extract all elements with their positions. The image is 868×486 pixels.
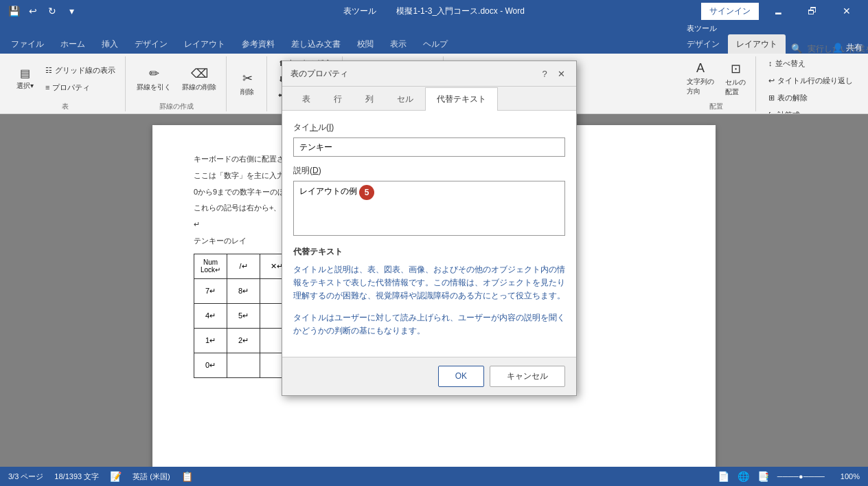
table-tools-label: 表ツール <box>343 5 376 17</box>
grid-icon: ☷ <box>45 66 52 75</box>
description-textarea[interactable]: レイアウトの例 <box>293 181 565 236</box>
erase-border-button[interactable]: ⌫ 罫線の削除 <box>178 63 220 95</box>
grid-lines-button[interactable]: ☷ グリッド線の表示 <box>41 63 119 78</box>
view-web-icon[interactable]: 🌐 <box>738 471 749 482</box>
cell-margin-icon: ⊡ <box>731 61 741 76</box>
minimize-icon: 🗕 <box>773 5 783 16</box>
dialog-help-button[interactable]: ? <box>538 67 551 80</box>
table-cell: 8↵ <box>227 278 260 303</box>
tab-layout[interactable]: レイアウト <box>176 34 233 54</box>
ribbon-group-delete: ✂ 削除 <box>228 56 267 111</box>
tab-references[interactable]: 参考資料 <box>233 34 283 54</box>
alt-text-para2: タイトルはユーザーに対して読み上げられ、ユーザーが内容の説明を聞くかどうかの判断… <box>293 311 565 338</box>
dialog-title-bar: 表のプロパティ ? ✕ <box>282 61 576 87</box>
dialog-tab-col[interactable]: 列 <box>354 87 385 111</box>
check-icon: 📋 <box>181 471 193 482</box>
redo-button[interactable]: ↻ <box>44 3 60 19</box>
draw-group-content: ✏ 罫線を引く ⌫ 罫線の削除 <box>133 56 220 102</box>
draw-table-button[interactable]: ✏ 罫線を引く <box>133 63 175 95</box>
alt-text-section: 代替テキスト タイトルと説明は、表、図表、画像、およびその他のオブジェクト内の情… <box>293 246 565 338</box>
close-icon: ✕ <box>843 5 851 16</box>
tab-file[interactable]: ファイル <box>3 34 52 54</box>
dialog-tab-table[interactable]: 表 <box>290 87 322 111</box>
cell-margin-button[interactable]: ⊡ セルの配置 <box>721 58 750 100</box>
table-tools-bar: 表ツール <box>687 23 717 34</box>
status-right: 📄 🌐 📑 ────●──── 100% <box>718 471 860 482</box>
title-bar: 💾 ↩ ↻ ▾ 表ツール 模擬1-1-3_入門コース.docx - Word サ… <box>0 0 868 22</box>
signin-button[interactable]: サインイン <box>700 2 760 21</box>
title-bar-left: 💾 ↩ ↻ ▾ <box>5 3 80 19</box>
tab-home[interactable]: ホーム <box>52 34 93 54</box>
eraser-icon: ⌫ <box>191 66 208 81</box>
dialog-title: 表のプロパティ <box>290 68 348 80</box>
table-cell <box>227 353 260 377</box>
properties-button[interactable]: ≡ プロパティ <box>41 80 119 95</box>
numpad-table: NumLock↵ /↵ ✕↵ 7↵ 8↵ 4↵ 5↵ 1↵ 2↵ 0↵ <box>194 254 293 378</box>
undo-button[interactable]: ↩ <box>25 3 41 19</box>
table-cell: 4↵ <box>194 303 227 328</box>
text-dir-icon: A <box>696 61 705 76</box>
repeat-icon: ↩ <box>768 76 775 85</box>
cancel-button[interactable]: キャンセル <box>490 366 565 387</box>
dialog-title-controls: ? ✕ <box>538 67 568 80</box>
table-row: 7↵ 8↵ <box>194 278 293 303</box>
dialog-tab-row[interactable]: 行 <box>322 87 354 111</box>
dialog-tab-cell[interactable]: セル <box>385 87 425 111</box>
save-button[interactable]: 💾 <box>5 3 22 19</box>
quick-access-toolbar: 💾 ↩ ↻ ▾ <box>5 3 80 19</box>
restore-button[interactable]: 🗗 <box>797 0 828 22</box>
track-changes-icon: 📝 <box>110 471 122 482</box>
tab-design[interactable]: デザイン <box>126 34 176 54</box>
language-indicator: 英語 (米国) <box>133 472 170 482</box>
tab-table-layout[interactable]: レイアウト <box>728 34 786 54</box>
title-input[interactable] <box>293 137 565 157</box>
table-cell: 7↵ <box>194 278 227 303</box>
quick-access-dropdown[interactable]: ▾ <box>63 3 80 19</box>
formula-button[interactable]: fx 計算式 <box>764 108 804 115</box>
sort-button[interactable]: ↕ 並べ替え <box>764 56 810 71</box>
tab-help[interactable]: ヘルプ <box>415 34 456 54</box>
draw-icon: ✏ <box>149 66 159 81</box>
delete-button[interactable]: ✂ 削除 <box>233 68 261 100</box>
tab-view[interactable]: 表示 <box>382 34 415 54</box>
dialog-close-button[interactable]: ✕ <box>554 67 568 80</box>
status-bar: 3/3 ページ 18/1393 文字 📝 英語 (米国) 📋 📄 🌐 📑 ───… <box>0 467 868 486</box>
close-button[interactable]: ✕ <box>831 0 863 22</box>
status-left: 3/3 ページ 18/1393 文字 📝 英語 (米国) 📋 <box>8 471 193 482</box>
table-header-row: NumLock↵ /↵ ✕↵ <box>194 254 293 278</box>
title-bar-center: 表ツール 模擬1-1-3_入門コース.docx - Word <box>343 5 525 17</box>
repeat-header-button[interactable]: ↩ タイトル行の繰り返し <box>764 74 857 88</box>
ribbon-group-draw: ✏ 罫線を引く ⌫ 罫線の削除 罫線の作成 <box>127 56 227 111</box>
table-row: 0↵ <box>194 353 293 377</box>
minimize-button[interactable]: 🗕 <box>762 0 794 22</box>
tab-insert[interactable]: 挿入 <box>93 34 126 54</box>
table-row: 1↵ 2↵ <box>194 328 293 353</box>
share-label[interactable]: 共有 <box>846 42 863 54</box>
table-cell: NumLock↵ <box>194 254 227 278</box>
alt-text-heading: 代替テキスト <box>293 246 565 258</box>
title-field-label: タイトル(I) <box>293 122 565 133</box>
zoom-level: 100% <box>841 472 860 481</box>
page-indicator: 3/3 ページ <box>8 472 43 482</box>
convert-button[interactable]: ⊞ 表の解除 <box>764 91 812 105</box>
tab-table-design[interactable]: デザイン <box>678 34 728 54</box>
table-cell: 0↵ <box>194 353 227 377</box>
tab-mailings[interactable]: 差し込み文書 <box>283 34 349 54</box>
select-button[interactable]: ▤ 選択▾ <box>11 64 38 93</box>
sort-icon: ↕ <box>768 59 773 67</box>
ribbon-group-data: ↕ 並べ替え ↩ タイトル行の繰り返し ⊞ 表の解除 fx 計算式 データ <box>759 56 863 111</box>
ok-button[interactable]: OK <box>438 366 484 387</box>
view-outline-icon[interactable]: 📑 <box>757 471 769 482</box>
alt-text-para1: タイトルと説明は、表、図表、画像、およびその他のオブジェクト内の情報をテキストで… <box>293 263 565 303</box>
tab-review[interactable]: 校閲 <box>349 34 382 54</box>
text-dir-label: 配置 <box>683 102 750 111</box>
data-group-content: ↕ 並べ替え ↩ タイトル行の繰り返し ⊞ 表の解除 fx 計算式 <box>764 56 857 115</box>
dialog-tabs: 表 行 列 セル 代替テキスト <box>282 87 576 111</box>
text-direction-button[interactable]: A 文字列の方向 <box>683 58 718 99</box>
undo-icon: ↩ <box>29 5 37 16</box>
zoom-slider[interactable]: ────●──── <box>777 472 832 481</box>
view-normal-icon[interactable]: 📄 <box>718 471 729 482</box>
dialog-tab-alt-text[interactable]: 代替テキスト <box>425 87 498 111</box>
ribbon-group-table: ▤ 選択▾ ☷ グリッド線の表示 ≡ プロパティ 表 <box>5 56 126 111</box>
table-properties-dialog[interactable]: 表のプロパティ ? ✕ 表 行 列 セル 代替テキスト タイトル(I) 説明(D… <box>282 60 577 396</box>
